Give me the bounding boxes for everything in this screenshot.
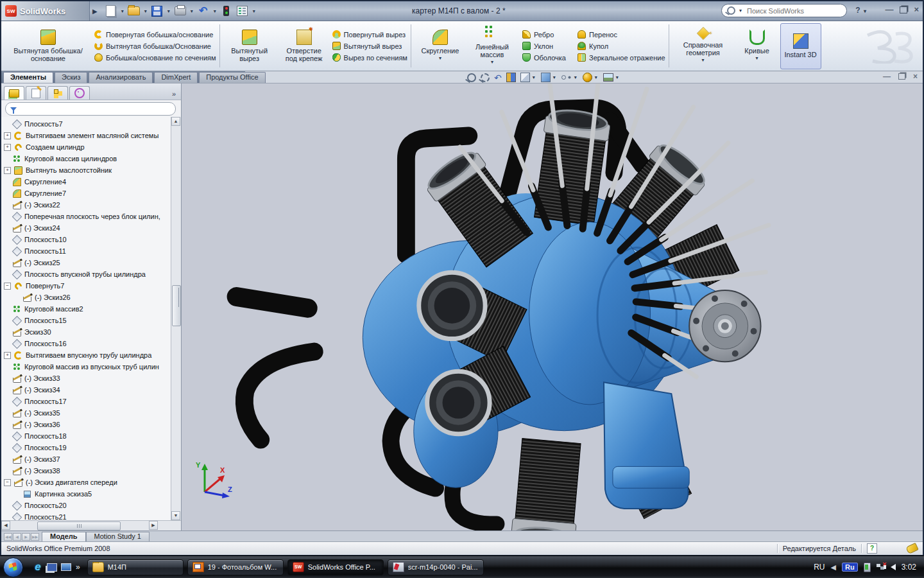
- zoom-to-fit-button[interactable]: [467, 73, 476, 82]
- tree-item[interactable]: Круговой массив из впускных труб цилин: [1, 361, 181, 372]
- tree-item[interactable]: (-) Эскиз35: [1, 407, 181, 419]
- tab-office-products[interactable]: Продукты Office: [199, 72, 265, 83]
- configuration-manager-tab[interactable]: [47, 86, 68, 100]
- search-input[interactable]: [746, 6, 825, 15]
- doc-minimize-button[interactable]: —: [883, 73, 891, 80]
- lofted-boss-button[interactable]: Бобышка/основание по сечениям: [94, 53, 216, 62]
- move-button[interactable]: Перенос: [578, 30, 665, 39]
- tree-item[interactable]: Поперечная плоскость через блок цилин,: [1, 211, 181, 222]
- new-document-button[interactable]: [104, 4, 118, 18]
- expand-toggle[interactable]: −: [4, 479, 11, 486]
- mirror-button[interactable]: Зеркальное отражение: [578, 53, 665, 62]
- shell-button[interactable]: Оболочка: [522, 53, 566, 62]
- prev-tab-button[interactable]: ◀: [13, 533, 21, 541]
- revolved-cut-button[interactable]: Повернутый вырез: [332, 30, 407, 39]
- section-view-button[interactable]: [506, 73, 516, 82]
- print-button[interactable]: [173, 4, 187, 18]
- extruded-boss-button[interactable]: Вытянутая бобышка/основание: [4, 24, 92, 69]
- expand-toggle[interactable]: +: [4, 144, 11, 151]
- tree-item[interactable]: −(-) Эскиз двигателя спереди: [1, 477, 181, 488]
- tree-vertical-scrollbar[interactable]: ▲ ▼: [171, 117, 181, 520]
- tree-item[interactable]: Плоскость11: [1, 245, 181, 257]
- tab-sketch[interactable]: Эскиз: [55, 72, 87, 83]
- tree-item[interactable]: Плоскость10: [1, 234, 181, 245]
- view-orientation-button[interactable]: ▾: [520, 73, 536, 82]
- scroll-up-arrow[interactable]: ▲: [171, 117, 180, 126]
- tree-item[interactable]: Картинка эскиза5: [1, 488, 181, 500]
- dome-button[interactable]: Купол: [578, 42, 665, 50]
- fillet-button[interactable]: Скругление ▾: [415, 24, 466, 69]
- quick-launch-overflow-chevron[interactable]: »: [76, 563, 80, 572]
- lofted-cut-button[interactable]: Вырез по сечениям: [332, 53, 407, 62]
- tree-item[interactable]: +Вытянуть маслоотстойник: [1, 164, 181, 176]
- tree-item[interactable]: Круговой массив2: [1, 303, 181, 315]
- tree-horizontal-scrollbar[interactable]: ◀ ▶: [1, 520, 181, 530]
- previous-view-button[interactable]: ↶: [494, 74, 502, 82]
- search-dropdown-arrow[interactable]: ▾: [739, 8, 742, 13]
- quick-launch-switcher[interactable]: [45, 559, 59, 575]
- display-style-button[interactable]: ▾: [541, 73, 557, 82]
- tree-item[interactable]: Плоскость16: [1, 338, 181, 349]
- motion-study-tab[interactable]: Motion Study 1: [86, 532, 150, 541]
- tree-filter-input[interactable]: [5, 102, 176, 116]
- model-tab[interactable]: Модель: [42, 532, 86, 541]
- tree-item[interactable]: (-) Эскиз33: [1, 372, 181, 384]
- edit-appearance-button[interactable]: ▾: [583, 73, 599, 82]
- quick-launch-desktop[interactable]: [59, 559, 73, 575]
- task-m14p-folder[interactable]: М14П: [87, 559, 184, 575]
- scroll-right-arrow[interactable]: ▶: [149, 521, 158, 530]
- scroll-down-arrow[interactable]: ▼: [171, 511, 180, 520]
- next-tab-button[interactable]: ▶: [22, 533, 30, 541]
- options-button[interactable]: [235, 4, 250, 18]
- swept-boss-button[interactable]: Вытянутая бобышка/Основание: [94, 42, 216, 50]
- help-button[interactable]: ? ▾: [855, 6, 868, 15]
- tree-item[interactable]: Скругление4: [1, 176, 181, 188]
- search-box[interactable]: ▾: [721, 4, 847, 17]
- dropdown-arrow[interactable]: ▾: [439, 55, 441, 62]
- expand-toggle[interactable]: +: [4, 132, 11, 139]
- draft-button[interactable]: Уклон: [522, 42, 566, 50]
- tree-item[interactable]: +Вытягиваем элемент масляной системы: [1, 130, 181, 141]
- tree-item[interactable]: Круговой массив цилиндров: [1, 153, 181, 164]
- expand-toggle[interactable]: −: [4, 283, 11, 290]
- tree-item[interactable]: (-) Эскиз36: [1, 419, 181, 430]
- tree-item[interactable]: +Создаем цилиндр: [1, 141, 181, 153]
- panel-splitter[interactable]: [178, 288, 182, 307]
- tree-item[interactable]: (-) Эскиз38: [1, 465, 181, 477]
- revolved-boss-button[interactable]: Повернутая бобышка/основание: [94, 30, 216, 39]
- dropdown-arrow[interactable]: ▾: [491, 58, 493, 66]
- tags-icon[interactable]: [905, 543, 918, 554]
- menu-expand-chevron[interactable]: ▶: [92, 8, 98, 15]
- last-tab-button[interactable]: ▶▶: [31, 533, 39, 541]
- instant3d-button[interactable]: Instant 3D: [780, 23, 821, 69]
- dropdown-arrow[interactable]: ▾: [702, 57, 705, 64]
- tree-item[interactable]: (-) Эскиз34: [1, 384, 181, 396]
- tree-item[interactable]: (-) Эскиз26: [1, 292, 181, 303]
- tree-item[interactable]: Плоскость18: [1, 430, 181, 442]
- panel-overflow-chevron[interactable]: »: [169, 90, 178, 100]
- tree-item[interactable]: −Повернуть7: [1, 280, 181, 292]
- task-photo-album[interactable]: 19 - Фотоальбом W...: [187, 559, 284, 575]
- swept-cut-button[interactable]: Вытянутый вырез: [332, 42, 407, 50]
- expand-toggle[interactable]: +: [4, 167, 11, 174]
- doc-close-button[interactable]: ×: [913, 73, 918, 80]
- restore-button[interactable]: [900, 6, 907, 13]
- dimxpert-manager-tab[interactable]: [69, 86, 90, 100]
- tree-item[interactable]: Плоскость15: [1, 315, 181, 326]
- task-solidworks[interactable]: SWSolidWorks Office P...: [287, 559, 384, 575]
- curves-button[interactable]: Кривые ▾: [737, 24, 778, 69]
- save-button[interactable]: [150, 4, 164, 18]
- dropdown-arrow[interactable]: ▾: [756, 55, 758, 62]
- tab-elements[interactable]: Элементы: [3, 72, 53, 83]
- tree-item[interactable]: (-) Эскиз37: [1, 453, 181, 465]
- zoom-to-area-button[interactable]: [481, 73, 490, 82]
- tree-item[interactable]: (-) Эскиз24: [1, 222, 181, 234]
- quick-launch-ie[interactable]: e: [31, 559, 45, 575]
- rib-button[interactable]: Ребро: [522, 30, 566, 39]
- tree-item[interactable]: Плоскость17: [1, 396, 181, 407]
- tab-analyze[interactable]: Анализировать: [89, 72, 153, 83]
- first-tab-button[interactable]: ◀◀: [4, 533, 12, 541]
- language-indicator[interactable]: RU: [814, 563, 825, 572]
- tree-item[interactable]: (-) Эскиз25: [1, 257, 181, 268]
- property-manager-tab[interactable]: [26, 86, 46, 100]
